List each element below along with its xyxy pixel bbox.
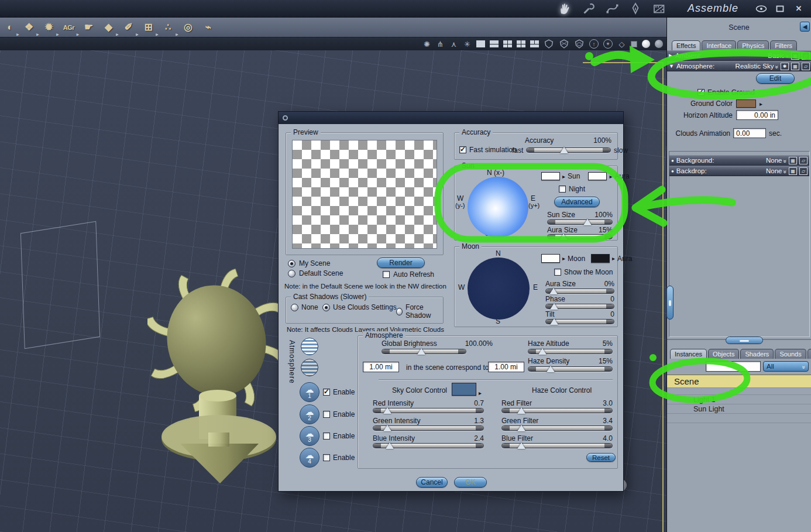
enable-ground-checkbox[interactable]	[697, 89, 705, 96]
chevron-icon[interactable]: »	[782, 159, 789, 162]
eye-icon[interactable]	[755, 4, 768, 14]
film-icon[interactable]	[651, 2, 666, 16]
chevron-icon[interactable]: »	[774, 65, 781, 67]
half-disc-tool[interactable]: ◖▹	[1, 20, 17, 35]
cloud-layer-1-icon[interactable]: ☁1	[300, 382, 319, 402]
phase-slider[interactable]	[545, 304, 614, 309]
shield-wire-icon[interactable]	[544, 39, 554, 49]
dialog-titlebar[interactable]	[279, 112, 623, 124]
save-icon[interactable]: ▦	[791, 63, 799, 70]
wireframe-box[interactable]	[20, 221, 100, 349]
background-row[interactable]: ● Background: None » ▦ ▱	[669, 155, 809, 166]
green-filter-slider[interactable]	[501, 425, 613, 431]
cloud-1-enable-checkbox[interactable]	[323, 389, 330, 396]
cancel-button[interactable]: Cancel	[416, 477, 448, 488]
wirecube-icon[interactable]: ◇	[617, 39, 626, 49]
my-scene-radio[interactable]	[288, 260, 295, 267]
save-icon[interactable]: ▦	[791, 52, 799, 60]
tab-objects[interactable]: Objects	[708, 349, 739, 359]
moon-color-swatch[interactable]	[541, 254, 560, 263]
restore-icon[interactable]	[774, 4, 786, 14]
swatch-arrow-icon[interactable]: ▸	[609, 173, 612, 180]
cloud-layer-4-icon[interactable]: ☁4	[300, 448, 319, 468]
sun-aura-swatch[interactable]	[588, 172, 607, 180]
sun-color-swatch[interactable]	[541, 172, 560, 180]
sun-sculpture-model[interactable]	[147, 266, 288, 494]
swatch-arrow-icon[interactable]: ▸	[612, 255, 615, 262]
horizontal-splitter-handle[interactable]	[726, 337, 763, 344]
cloud-4-enable-checkbox[interactable]	[323, 454, 330, 461]
solid-cube-icon[interactable]	[631, 41, 637, 47]
swatch-arrow-icon[interactable]: ▸	[479, 390, 482, 396]
shield-wire2-icon[interactable]	[559, 39, 569, 49]
wrench-icon[interactable]	[581, 2, 596, 16]
red-intensity-slider[interactable]	[373, 408, 484, 413]
moon-aura-size-slider[interactable]	[545, 289, 614, 294]
bone-tool[interactable]: ⌁	[200, 20, 216, 35]
search-input[interactable]	[706, 361, 761, 372]
load-icon[interactable]: ▱	[802, 52, 810, 60]
collapse-panel-button[interactable]: ◀	[800, 22, 810, 32]
haze-density-slider[interactable]	[528, 366, 613, 372]
tab-filters[interactable]: Filters	[770, 40, 797, 50]
pen-icon[interactable]	[628, 2, 643, 16]
red-filter-slider[interactable]	[501, 408, 613, 413]
global-brightness-slider[interactable]	[382, 349, 466, 354]
advanced-button[interactable]: Advanced	[554, 197, 600, 207]
tab-effects[interactable]: Effects	[672, 40, 700, 50]
agr-tool[interactable]: AGr▹	[61, 20, 77, 35]
lit-sphere-icon[interactable]	[642, 40, 650, 48]
tab-shaders[interactable]: Shaders	[740, 349, 774, 359]
save-icon[interactable]: ▦	[789, 157, 797, 164]
cloud-2-enable-checkbox[interactable]	[323, 411, 330, 418]
filter-dropdown[interactable]: All »	[763, 361, 809, 372]
close-icon[interactable]: ✕	[792, 4, 805, 14]
spray-icon[interactable]: ✺	[422, 39, 431, 49]
tab-physics[interactable]: Physics	[737, 40, 769, 50]
load-icon[interactable]: ▱	[802, 63, 810, 70]
layout-four-icon[interactable]	[503, 40, 512, 47]
ok-button[interactable]: OK	[454, 477, 487, 488]
rotate-icon[interactable]: ↑	[589, 39, 599, 49]
gyro-icon[interactable]: ✴	[603, 39, 613, 49]
list-item-scene[interactable]: Scene	[667, 375, 811, 388]
clouds-animation-field[interactable]: 0.00	[733, 128, 766, 138]
haze-altitude-slider[interactable]	[528, 349, 613, 354]
list-item-sunlight[interactable]: Sun Light	[667, 404, 811, 414]
blue-filter-slider[interactable]	[501, 443, 613, 448]
sky-color-swatch[interactable]	[452, 383, 476, 396]
rock-tool[interactable]: ◆▹	[101, 20, 116, 35]
spray-tool[interactable]: ✐▹	[121, 20, 136, 35]
hierarchy-icon[interactable]: ⋔	[436, 39, 445, 49]
expand-arrow-icon[interactable]: ▶	[669, 53, 673, 59]
curve-icon[interactable]	[604, 2, 620, 16]
night-checkbox[interactable]	[559, 186, 566, 193]
swatch-arrow-icon[interactable]: ▸	[562, 255, 565, 262]
ground-color-swatch[interactable]	[736, 99, 756, 108]
layout-four2-icon[interactable]	[517, 40, 525, 47]
dialog-close-button[interactable]	[283, 115, 288, 121]
gear-icon[interactable]: ✱	[781, 63, 789, 70]
haze-layer-icon[interactable]	[301, 338, 318, 355]
ambient-row[interactable]: ▶ Ambient: Basic » ▦ ▱	[667, 50, 811, 61]
sun-aura-size-slider[interactable]	[547, 234, 613, 239]
fast-simulation-checkbox[interactable]	[459, 146, 466, 153]
camera-tool[interactable]: ⊞▹	[140, 20, 156, 35]
reset-button[interactable]: Reset	[586, 453, 616, 462]
tilt-slider[interactable]	[545, 319, 614, 324]
shadows-none-radio[interactable]	[291, 304, 298, 311]
preview-canvas[interactable]	[292, 140, 437, 249]
edit-button[interactable]: Edit	[756, 73, 795, 84]
sun-position-sphere[interactable]	[468, 177, 528, 238]
tab-clips[interactable]: Clips	[807, 349, 811, 359]
green-intensity-slider[interactable]	[373, 425, 484, 431]
layout-single-icon[interactable]	[476, 40, 485, 47]
shadows-clouds-radio[interactable]	[322, 304, 330, 311]
cloud-layer-3-icon[interactable]: ☁3	[300, 426, 319, 446]
horizon-altitude-field[interactable]: 0.00 in	[736, 110, 778, 120]
spiky-terrain-tool[interactable]: ✹▹	[41, 20, 57, 35]
target-tool[interactable]: ◎	[180, 20, 196, 35]
atmosphere-row[interactable]: ▼ Atmosphere: Realistic Sky » ✱ ▦ ▱	[667, 61, 811, 71]
moon-position-sphere[interactable]	[468, 258, 530, 320]
accuracy-slider[interactable]	[526, 147, 611, 153]
